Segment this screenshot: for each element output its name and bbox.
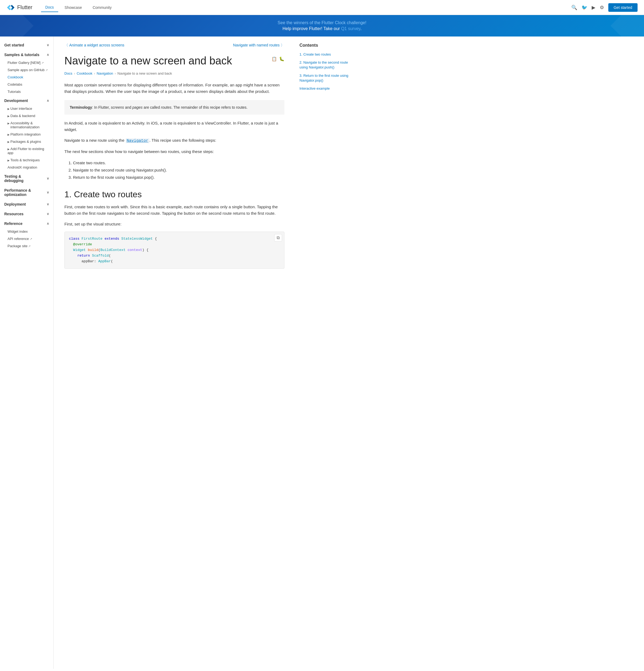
sidebar-section-get-started: Get started ∨	[0, 41, 53, 49]
sidebar-item-tools[interactable]: Tools & techniques	[0, 156, 53, 164]
body-paragraph-4: The next few sections show how to naviga…	[64, 149, 284, 155]
sidebar-item-tutorials[interactable]: Tutorials	[0, 88, 53, 95]
get-started-button[interactable]: Get started	[608, 3, 637, 12]
sidebar-section-development-header[interactable]: Development ∧	[0, 96, 53, 105]
sidebar-item-sample-apps[interactable]: Sample apps on GitHub	[0, 66, 53, 74]
toc-sidebar: Contents 1. Create two routes 2. Navigat…	[295, 37, 354, 669]
nav-community[interactable]: Community	[88, 3, 116, 12]
step-3: Return to the first route using Navigato…	[73, 174, 284, 181]
navigator-link[interactable]: Navigator	[126, 138, 150, 143]
banner: See the winners of the Flutter Clock cha…	[0, 15, 644, 37]
breadcrumb-sep3: ›	[115, 72, 116, 75]
body3-suffix: . This recipe uses the following steps:	[150, 138, 216, 142]
breadcrumb-navigation[interactable]: Navigation	[96, 72, 113, 75]
sidebar-section-testing: Testing &debugging ∨	[0, 172, 53, 185]
sidebar-item-widget-index[interactable]: Widget index	[0, 228, 53, 235]
chevron-down-icon-test: ∨	[47, 177, 49, 180]
header-actions: 🔍 🐦 ▶ ⚙ Get started	[571, 3, 637, 12]
nav-showcase[interactable]: Showcase	[60, 3, 87, 12]
bug-icon[interactable]: 🐛	[279, 56, 284, 62]
sidebar-section-samples-label: Samples & tutorials	[4, 53, 39, 57]
chevron-up-icon-ref: ∧	[47, 222, 49, 226]
breadcrumb-docs[interactable]: Docs	[64, 72, 73, 75]
steps-list: Create two routes. Navigate to the secon…	[73, 159, 284, 181]
next-page-link[interactable]: Navigate with named routes	[233, 43, 284, 48]
toc-item-1[interactable]: 1. Create two routes	[299, 52, 350, 57]
breadcrumb-cookbook[interactable]: Cookbook	[77, 72, 93, 75]
twitter-icon[interactable]: 🐦	[581, 4, 588, 11]
sidebar-section-development: Development ∧ User interface Data & back…	[0, 96, 53, 171]
toc-item-3[interactable]: 3. Return to the first route using Navig…	[299, 73, 350, 83]
toc-item-2[interactable]: 2. Navigate to the second route using Na…	[299, 60, 350, 70]
sidebar-item-flutter-gallery[interactable]: Flutter Gallery [NEW]	[0, 59, 53, 66]
search-icon[interactable]: 🔍	[571, 4, 577, 11]
breadcrumb-current: Navigate to a new screen and back	[117, 72, 172, 75]
code-content: class FirstRoute extends StatelessWidget…	[69, 236, 280, 264]
chevron-down-icon-deploy: ∨	[47, 202, 49, 206]
sidebar-section-resources: Resources ∨	[0, 210, 53, 218]
sidebar-section-performance-label: Performance &optimization	[4, 188, 31, 197]
sidebar-section-samples-header[interactable]: Samples & tutorials ∧	[0, 50, 53, 59]
sidebar-section-reference: Reference ∧ Widget index API reference P…	[0, 219, 53, 250]
sidebar-section-deployment-header[interactable]: Deployment ∨	[0, 200, 53, 208]
sidebar-section-reference-label: Reference	[4, 221, 23, 226]
sidebar-section-resources-header[interactable]: Resources ∨	[0, 210, 53, 218]
sidebar-section-resources-label: Resources	[4, 212, 24, 216]
sidebar-item-androidx[interactable]: AndroidX migration	[0, 164, 53, 171]
chevron-down-icon: ∨	[47, 43, 49, 47]
sidebar-item-platform-integration[interactable]: Platform integration	[0, 131, 53, 138]
banner-line2-prefix: Help improve Flutter! Take our	[283, 26, 341, 31]
sidebar-section-testing-label: Testing &debugging	[4, 174, 24, 183]
terminology-bold: Terminology	[70, 105, 92, 110]
section1-heading: 1. Create two routes	[64, 190, 284, 200]
body-paragraph-3: Navigate to a new route using the Naviga…	[64, 137, 284, 144]
sidebar-item-codelabs[interactable]: Codelabs	[0, 81, 53, 88]
terminology-text: : In Flutter, screens and pages are call…	[92, 105, 248, 110]
toc-item-4[interactable]: Interactive example	[299, 86, 350, 91]
sidebar-section-performance-header[interactable]: Performance &optimization ∨	[0, 186, 53, 199]
banner-line2: Help improve Flutter! Take our Q1 survey…	[7, 26, 637, 31]
sidebar-section-get-started-header[interactable]: Get started ∨	[0, 41, 53, 49]
sidebar: Get started ∨ Samples & tutorials ∧ Flut…	[0, 37, 54, 669]
intro-paragraph: Most apps contain several screens for di…	[64, 82, 284, 95]
github-icon[interactable]: ⚙	[600, 4, 604, 11]
sidebar-item-packages[interactable]: Packages & plugins	[0, 138, 53, 145]
svg-marker-0	[7, 5, 11, 10]
sidebar-item-data-backend[interactable]: Data & backend	[0, 112, 53, 119]
sidebar-item-add-flutter[interactable]: Add Flutter to existing app	[0, 145, 53, 156]
main-layout: Get started ∨ Samples & tutorials ∧ Flut…	[0, 37, 644, 669]
code-copy-button[interactable]: ⧉	[274, 234, 282, 242]
step-2: Navigate to the second route using Navig…	[73, 166, 284, 174]
banner-survey-link[interactable]: Q1 survey	[341, 26, 360, 31]
code-block: ⧉ class FirstRoute extends StatelessWidg…	[64, 232, 284, 269]
sidebar-section-samples: Samples & tutorials ∧ Flutter Gallery [N…	[0, 50, 53, 95]
prev-page-link[interactable]: Animate a widget across screens	[64, 43, 124, 48]
sidebar-section-reference-header[interactable]: Reference ∧	[0, 219, 53, 228]
sidebar-item-user-interface[interactable]: User interface	[0, 105, 53, 112]
breadcrumb: Docs › Cookbook › Navigation › Navigate …	[64, 72, 284, 75]
sidebar-item-package-site[interactable]: Package site	[0, 242, 53, 250]
sidebar-item-accessibility[interactable]: Accessibility & internationalization	[0, 119, 53, 131]
page-title-icons: 📋 🐛	[272, 54, 284, 62]
logo[interactable]: Flutter	[7, 3, 33, 12]
banner-line1: See the winners of the Flutter Clock cha…	[7, 21, 637, 25]
nav-docs[interactable]: Docs	[41, 3, 58, 12]
terminology-box: Terminology: In Flutter, screens and pag…	[64, 100, 284, 115]
page-title-row: Navigate to a new screen and back 📋 🐛	[64, 54, 284, 67]
sidebar-section-testing-header[interactable]: Testing &debugging ∨	[0, 172, 53, 185]
header: Flutter Docs Showcase Community 🔍 🐦 ▶ ⚙ …	[0, 0, 644, 15]
body3-prefix: Navigate to a new route using the	[64, 138, 126, 142]
page-nav-arrows: Animate a widget across screens Navigate…	[64, 43, 284, 48]
page-title: Navigate to a new screen and back	[64, 54, 268, 67]
flutter-logo-icon	[7, 3, 15, 12]
section1-body2: First, set up the visual structure:	[64, 221, 284, 227]
sidebar-item-cookbook[interactable]: Cookbook	[0, 74, 53, 81]
chevron-up-icon-dev: ∧	[47, 99, 49, 102]
toc-title: Contents	[299, 43, 350, 48]
youtube-icon[interactable]: ▶	[592, 4, 595, 11]
breadcrumb-sep1: ›	[74, 72, 75, 75]
edit-icon[interactable]: 📋	[272, 56, 277, 62]
sidebar-item-api-reference[interactable]: API reference	[0, 235, 53, 242]
breadcrumb-sep2: ›	[94, 72, 95, 75]
sidebar-section-development-label: Development	[4, 99, 28, 103]
